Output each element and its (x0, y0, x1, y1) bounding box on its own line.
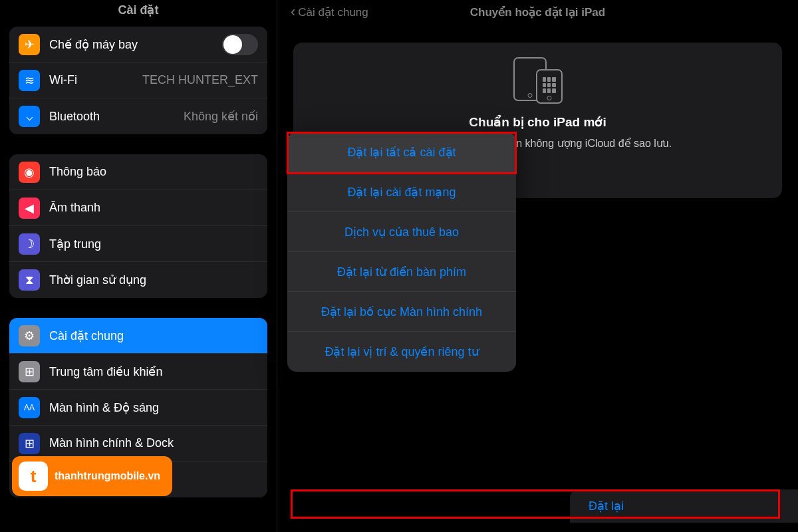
row-value: TECH HUNTER_EXT (142, 73, 258, 87)
row-label: Màn hình & Độ sáng (49, 400, 258, 415)
sidebar-item-th-i-gian-s-d-ng[interactable]: ⧗Thời gian sử dụng (9, 262, 267, 298)
sidebar-item-m-n-h-nh-s-ng[interactable]: AAMàn hình & Độ sáng (9, 390, 267, 426)
row-label: Trung tâm điều khiển (49, 364, 258, 379)
sheet-option-1[interactable]: Đặt lại cài đặt mạng (287, 172, 516, 212)
sidebar-item-ch-m-y-bay[interactable]: ✈Chế độ máy bay (9, 27, 267, 63)
sheet-option-3[interactable]: Đặt lại từ điển bàn phím (287, 252, 516, 292)
row-label: Cài đặt chung (49, 329, 258, 343)
sidebar-item-trung-t-m-i-u-khi-n[interactable]: ⊞Trung tâm điều khiển (9, 354, 267, 390)
reset-action-sheet: Đặt lại tất cả cài đặtĐặt lại cài đặt mạ… (287, 132, 516, 372)
sidebar-item-wi-fi[interactable]: ≋Wi-FiTECH HUNTER_EXT (9, 63, 267, 98)
row-icon: ⊞ (19, 433, 40, 454)
row-icon: ≋ (19, 70, 40, 91)
row-label: Chế độ máy bay (49, 37, 222, 52)
sidebar-item-th-ng-b-o[interactable]: ◉Thông báo (9, 154, 267, 190)
row-label: Tập trung (49, 237, 258, 251)
row-label: Wi-Fi (49, 73, 142, 87)
sidebar-group-alerts: ◉Thông báo◀Âm thanh☽Tập trung⧗Thời gian … (9, 154, 267, 298)
row-label: Thời gian sử dụng (49, 273, 258, 287)
row-label: Màn hình chính & Dock (49, 436, 258, 450)
row-icon: ⧗ (19, 269, 40, 291)
row-icon: AA (19, 397, 40, 418)
row-label: Bluetooth (49, 110, 184, 124)
row-icon: ✈ (19, 34, 40, 55)
back-button[interactable]: ‹ Cài đặt chung (291, 3, 368, 21)
row-value: Không kết nối (184, 109, 258, 124)
row-icon: ⊞ (19, 361, 40, 382)
sidebar-item--m-thanh[interactable]: ◀Âm thanh (9, 190, 267, 226)
devices-icon (312, 57, 763, 104)
sheet-option-2[interactable]: Dịch vụ của thuê bao (287, 212, 516, 252)
sheet-option-0[interactable]: Đặt lại tất cả cài đặt (287, 132, 516, 172)
row-icon: ◀ (19, 198, 40, 219)
row-icon: ⌵ (19, 106, 40, 127)
watermark-text: thanhtrungmobile.vn (55, 470, 160, 482)
card-title: Chuẩn bị cho iPad mới (312, 114, 763, 130)
chevron-left-icon: ‹ (291, 3, 295, 21)
sidebar-item-c-i-t-chung[interactable]: ⚙Cài đặt chung (9, 318, 267, 354)
sidebar-group-network: ✈Chế độ máy bay≋Wi-FiTECH HUNTER_EXT⌵Blu… (9, 27, 267, 134)
row-icon: ◉ (19, 162, 40, 183)
watermark: t thanhtrungmobile.vn (12, 456, 172, 496)
sheet-option-4[interactable]: Đặt lại bố cục Màn hình chính (287, 292, 516, 332)
sidebar-item-bluetooth[interactable]: ⌵BluetoothKhông kết nối (9, 98, 267, 134)
airplane-toggle[interactable] (222, 34, 258, 55)
reset-row[interactable]: Đặt lại (570, 489, 798, 523)
reset-label: Đặt lại (589, 499, 624, 513)
page-title: Chuyển hoặc đặt lại iPad (470, 5, 605, 19)
watermark-icon: t (19, 462, 48, 491)
row-label: Thông báo (49, 165, 258, 179)
main-header: ‹ Cài đặt chung Chuyển hoặc đặt lại iPad (277, 0, 798, 24)
back-label: Cài đặt chung (298, 5, 368, 19)
row-icon: ☽ (19, 233, 40, 255)
row-label: Âm thanh (49, 201, 258, 215)
sidebar-title: Cài đặt (9, 0, 267, 27)
sheet-option-5[interactable]: Đặt lại vị trí & quyền riêng tư (287, 332, 516, 372)
row-icon: ⚙ (19, 325, 40, 346)
settings-sidebar: Cài đặt ✈Chế độ máy bay≋Wi-FiTECH HUNTER… (0, 0, 277, 532)
sidebar-item-t-p-trung[interactable]: ☽Tập trung (9, 226, 267, 262)
